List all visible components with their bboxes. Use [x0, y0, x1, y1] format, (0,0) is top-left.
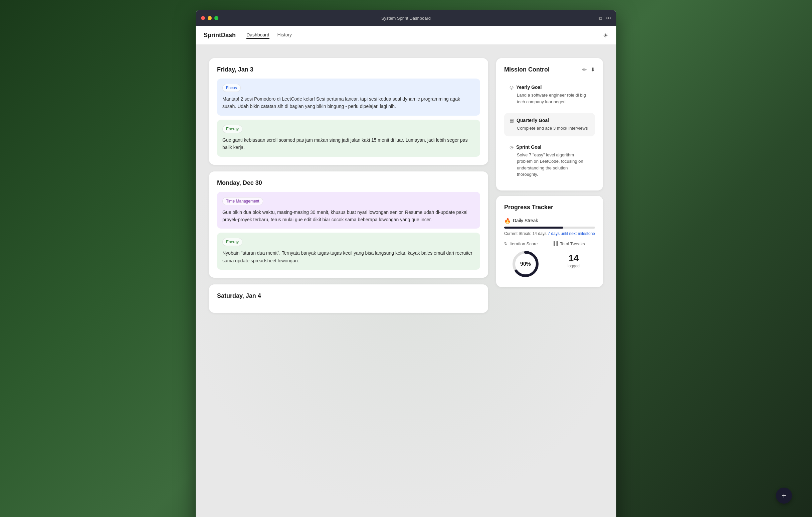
section-tag-energy-1: Energy — [222, 125, 242, 133]
edit-icon[interactable]: ✏ — [582, 66, 587, 73]
mission-actions: ✏ ⬇ — [582, 66, 595, 73]
section-tag-focus: Focus — [222, 84, 241, 92]
iteration-icon: ↻ — [504, 241, 508, 246]
tweaks-value: 14 — [552, 253, 595, 264]
right-column: Mission Control ✏ ⬇ ◎ Yearly Goal Land a… — [496, 58, 603, 287]
streak-bar — [504, 226, 595, 228]
nav-links: Dashboard History — [246, 32, 292, 39]
sprint-goal-icon: ◷ — [510, 144, 514, 150]
goal-item-sprint: ◷ Sprint Goal Solve 7 "easy" level algor… — [504, 140, 595, 183]
streak-section: 🔥 Daily Streak Current Streak: 14 days 7… — [504, 218, 595, 236]
section-tag-time-mgmt: Time Management — [222, 197, 263, 205]
yearly-goal-label: Yearly Goal — [516, 85, 542, 90]
section-text-energy-2: Nyobain "aturan dua menit". Ternyata ban… — [222, 249, 475, 264]
section-tag-energy-2: Energy — [222, 238, 242, 246]
tweaks-sub: logged — [552, 264, 595, 268]
section-text-time-mgmt: Gue bikin dua blok waktu, masing-masing … — [222, 209, 475, 224]
entry-card-saturday: Saturday, Jan 4 — [209, 284, 488, 313]
minimize-button[interactable] — [208, 16, 212, 20]
metric-iteration-score: ↻ Iteration Score 90% — [504, 241, 547, 279]
header: SprintDash Dashboard History ☀ — [196, 26, 616, 45]
entry-section-energy-2: Energy Nyobain "aturan dua menit". Terny… — [217, 233, 480, 270]
quarterly-goal-description: Complete and ace 3 mock interviews — [510, 125, 590, 132]
add-entry-fab[interactable]: + — [776, 488, 792, 504]
titlebar-actions: ⧉ ••• — [599, 16, 611, 21]
progress-tracker-card: Progress Tracker 🔥 Daily Streak Current … — [496, 196, 603, 287]
fullscreen-button[interactable] — [214, 16, 219, 20]
iteration-label: Iteration Score — [510, 241, 538, 246]
traffic-lights — [201, 16, 219, 20]
yearly-goal-icon: ◎ — [510, 85, 514, 90]
donut-value: 90% — [520, 261, 531, 267]
sprint-goal-description: Solve 7 "easy" level algorithm problem o… — [510, 152, 590, 178]
metric-total-tweaks: ▐▐ Total Tweaks 14 logged — [552, 241, 595, 279]
nav-dashboard[interactable]: Dashboard — [246, 32, 269, 39]
download-icon[interactable]: ⬇ — [591, 66, 595, 73]
entry-date-friday: Friday, Jan 3 — [217, 66, 480, 73]
section-text-energy-1: Gue ganti kebiasaan scroll sosmed pas ja… — [222, 136, 475, 152]
window-control-icon[interactable]: ⧉ — [599, 16, 602, 21]
section-text-focus-1: Mantap! 2 sesi Pomodoro di LeetCode kela… — [222, 95, 475, 110]
goal-item-quarterly: ▦ Quarterly Goal Complete and ace 3 mock… — [504, 113, 595, 136]
fire-icon: 🔥 — [504, 218, 511, 224]
theme-toggle[interactable]: ☀ — [603, 32, 608, 39]
goal-item-header-quarterly: ▦ Quarterly Goal — [510, 118, 590, 123]
tweaks-label: Total Tweaks — [560, 241, 585, 246]
streak-fill — [504, 226, 563, 228]
entry-section-time-mgmt: Time Management Gue bikin dua blok waktu… — [217, 192, 480, 229]
quarterly-goal-icon: ▦ — [510, 118, 514, 123]
mission-title: Mission Control — [504, 66, 550, 73]
more-options-icon[interactable]: ••• — [606, 16, 611, 21]
nav-history[interactable]: History — [278, 32, 292, 39]
mission-header: Mission Control ✏ ⬇ — [504, 66, 595, 73]
streak-info: Current Streak: 14 days 7 days until nex… — [504, 231, 595, 236]
goal-item-header-yearly: ◎ Yearly Goal — [510, 85, 590, 90]
streak-milestone: 7 days until next milestone — [548, 231, 595, 236]
goal-item-yearly: ◎ Yearly Goal Land a software engineer r… — [504, 80, 595, 110]
goal-item-header-sprint: ◷ Sprint Goal — [510, 144, 590, 150]
metric-label-row-iteration: ↻ Iteration Score — [504, 241, 547, 246]
metric-label-row-tweaks: ▐▐ Total Tweaks — [552, 241, 595, 246]
streak-label: Daily Streak — [513, 218, 538, 223]
journal-entries: Friday, Jan 3 Focus Mantap! 2 sesi Pomod… — [209, 58, 488, 313]
plus-icon: + — [782, 491, 786, 500]
app-logo: SprintDash — [204, 32, 236, 39]
entry-card-monday: Monday, Dec 30 Time Management Gue bikin… — [209, 171, 488, 278]
entry-section-focus-1: Focus Mantap! 2 sesi Pomodoro di LeetCod… — [217, 79, 480, 116]
main-content: Friday, Jan 3 Focus Mantap! 2 sesi Pomod… — [196, 45, 616, 517]
entry-section-energy-1: Energy Gue ganti kebiasaan scroll sosmed… — [217, 120, 480, 157]
metrics-row: ↻ Iteration Score 90% — [504, 241, 595, 279]
entry-date-saturday: Saturday, Jan 4 — [217, 293, 480, 299]
close-button[interactable] — [201, 16, 205, 20]
app-window: System Sprint Dashboard ⧉ ••• SprintDash… — [196, 10, 616, 517]
mission-control-card: Mission Control ✏ ⬇ ◎ Yearly Goal Land a… — [496, 58, 603, 190]
tweaks-icon: ▐▐ — [552, 241, 558, 246]
progress-tracker-title: Progress Tracker — [504, 204, 595, 211]
streak-current: Current Streak: 14 days — [504, 231, 547, 236]
yearly-goal-description: Land a software engineer role di big tec… — [510, 92, 590, 105]
streak-label-row: 🔥 Daily Streak — [504, 218, 595, 224]
entry-date-monday: Monday, Dec 30 — [217, 180, 480, 187]
window-title: System Sprint Dashboard — [381, 16, 431, 21]
sprint-goal-label: Sprint Goal — [516, 144, 541, 150]
quarterly-goal-label: Quarterly Goal — [517, 118, 549, 123]
titlebar: System Sprint Dashboard ⧉ ••• — [196, 10, 616, 26]
donut-chart: 90% — [511, 249, 541, 279]
entry-card-friday: Friday, Jan 3 Focus Mantap! 2 sesi Pomod… — [209, 58, 488, 165]
